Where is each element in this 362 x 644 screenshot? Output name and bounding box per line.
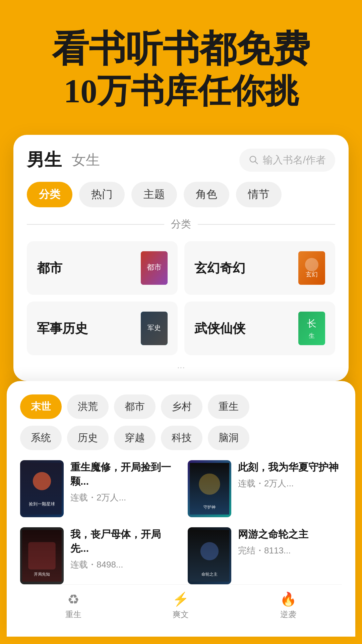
genre-tag-1-0[interactable]: 系统 [20, 426, 62, 450]
book-item-2[interactable]: 开局先知 我，丧尸母体，开局先... 连载・8498... [20, 527, 174, 584]
category-name-3: 武侠仙侠 [194, 320, 245, 337]
category-cover-3: 长 生 [298, 312, 325, 345]
hero-title-line1: 看书听书都免费 [20, 27, 342, 71]
genre-tag-1-1[interactable]: 历史 [67, 426, 109, 450]
search-icon [249, 155, 259, 165]
bottom-card: 末世 洪荒 都市 乡村 重生 系统 历史 穿越 科技 脑洞 捡到一颗星球 [7, 381, 355, 637]
svg-point-5 [305, 258, 318, 271]
svg-point-16 [199, 474, 220, 495]
genre-tags-row1: 末世 洪荒 都市 乡村 重生 [20, 394, 342, 419]
shuangwen-icon: ⚡ [172, 591, 189, 607]
book-info-1: 此刻，我为华夏守护神 连载・2万人... [238, 460, 342, 489]
genre-tag-0-0[interactable]: 末世 [20, 394, 62, 419]
nav-item-nixia[interactable]: 🔥 逆袭 [280, 591, 297, 620]
filter-tag-1[interactable]: 热门 [79, 182, 125, 207]
svg-text:军史: 军史 [147, 324, 161, 331]
category-grid: 都市 都市 玄幻奇幻 [27, 241, 335, 355]
book-title-3: 网游之命轮之主 [238, 527, 342, 541]
nav-item-shuangwen[interactable]: ⚡ 爽文 [172, 591, 189, 620]
svg-text:玄幻: 玄幻 [306, 271, 318, 278]
nav-item-chongsheng[interactable]: ♻ 重生 [65, 592, 81, 620]
nixia-icon: 🔥 [280, 591, 297, 607]
category-cover-1: 玄幻 [298, 251, 325, 285]
book-info-0: 重生魔修，开局捡到一颗... 连载・2万人... [70, 460, 174, 503]
book-meta-3: 完结・8113... [238, 545, 342, 556]
filter-tag-3[interactable]: 角色 [184, 182, 229, 207]
category-cover-0: 都市 [141, 251, 168, 285]
genre-tag-1-4[interactable]: 脑洞 [208, 426, 249, 450]
svg-text:长: 长 [307, 318, 316, 329]
nav-label-1: 爽文 [173, 609, 189, 620]
svg-line-1 [255, 161, 257, 164]
genre-tag-1-2[interactable]: 穿越 [114, 426, 156, 450]
book-title-0: 重生魔修，开局捡到一颗... [70, 460, 174, 488]
book-meta-1: 连载・2万人... [238, 478, 342, 489]
filter-tag-0[interactable]: 分类 [27, 182, 72, 207]
bottom-nav: ♻ 重生 ⚡ 爽文 🔥 逆袭 [20, 584, 342, 630]
filter-tag-4[interactable]: 情节 [236, 182, 282, 207]
tab-male[interactable]: 男生 [27, 148, 62, 172]
book-meta-2: 连载・8498... [70, 559, 174, 571]
book-cover-1: 守护神 [188, 460, 231, 517]
nav-label-2: 逆袭 [280, 609, 296, 620]
svg-text:生: 生 [309, 332, 315, 339]
section-divider: 分类 [27, 217, 335, 231]
category-item-dushi[interactable]: 都市 都市 [27, 241, 178, 295]
book-title-2: 我，丧尸母体，开局先... [70, 527, 174, 555]
category-cover-2: 军史 [141, 312, 168, 345]
hero-section: 看书听书都免费 10万书库任你挑 [0, 0, 362, 125]
genre-tag-0-3[interactable]: 乡村 [161, 394, 202, 419]
book-meta-0: 连载・2万人... [70, 492, 174, 503]
book-title-1: 此刻，我为华夏守护神 [238, 460, 342, 474]
main-card: 男生 女生 输入书名/作者 分类 热门 主题 角色 情节 分类 都市 [13, 135, 349, 381]
tab-row: 男生 女生 输入书名/作者 [27, 148, 335, 172]
genre-tag-0-2[interactable]: 都市 [114, 394, 156, 419]
book-cover-0: 捡到一颗星球 [20, 460, 64, 517]
chongsheng-icon: ♻ [67, 592, 79, 607]
category-item-wuxia[interactable]: 武侠仙侠 长 生 [184, 302, 335, 355]
genre-tag-0-4[interactable]: 重生 [208, 394, 249, 419]
book-item-1[interactable]: 守护神 此刻，我为华夏守护神 连载・2万人... [188, 460, 342, 517]
svg-text:命轮之主: 命轮之主 [201, 572, 218, 577]
svg-rect-19 [28, 542, 56, 570]
book-item-0[interactable]: 捡到一颗星球 重生魔修，开局捡到一颗... 连载・2万人... [20, 460, 174, 517]
svg-text:捡到一颗星球: 捡到一颗星球 [29, 502, 55, 506]
svg-text:都市: 都市 [147, 263, 162, 271]
svg-point-22 [200, 542, 219, 560]
category-name-0: 都市 [37, 260, 62, 277]
book-list: 捡到一颗星球 重生魔修，开局捡到一颗... 连载・2万人... 守护神 [20, 460, 342, 584]
svg-text:开局先知: 开局先知 [34, 572, 50, 577]
hero-title-line2: 10万书库任你挑 [20, 71, 342, 111]
svg-text:守护神: 守护神 [203, 505, 216, 509]
section-label: 分类 [171, 217, 191, 231]
fade-hint: ··· [27, 359, 335, 374]
genre-tag-0-1[interactable]: 洪荒 [67, 394, 109, 419]
book-item-3[interactable]: 命轮之主 网游之命轮之主 完结・8113... [188, 527, 342, 584]
book-cover-3: 命轮之主 [188, 527, 231, 584]
category-name-1: 玄幻奇幻 [194, 260, 245, 277]
genre-tag-1-3[interactable]: 科技 [161, 426, 202, 450]
search-box[interactable]: 输入书名/作者 [239, 149, 335, 172]
book-info-3: 网游之命轮之主 完结・8113... [238, 527, 342, 556]
tab-female[interactable]: 女生 [72, 151, 100, 169]
svg-point-13 [33, 472, 51, 490]
search-placeholder: 输入书名/作者 [263, 153, 326, 167]
category-name-2: 军事历史 [37, 320, 88, 337]
book-info-2: 我，丧尸母体，开局先... 连载・8498... [70, 527, 174, 571]
filter-tag-2[interactable]: 主题 [131, 182, 177, 207]
category-item-junshi[interactable]: 军事历史 军史 [27, 302, 178, 355]
genre-tags-row2: 系统 历史 穿越 科技 脑洞 [20, 426, 342, 450]
book-cover-2: 开局先知 [20, 527, 64, 584]
category-item-xuanhuan[interactable]: 玄幻奇幻 玄幻 [184, 241, 335, 295]
filter-row: 分类 热门 主题 角色 情节 [27, 182, 335, 207]
nav-label-0: 重生 [65, 609, 81, 620]
